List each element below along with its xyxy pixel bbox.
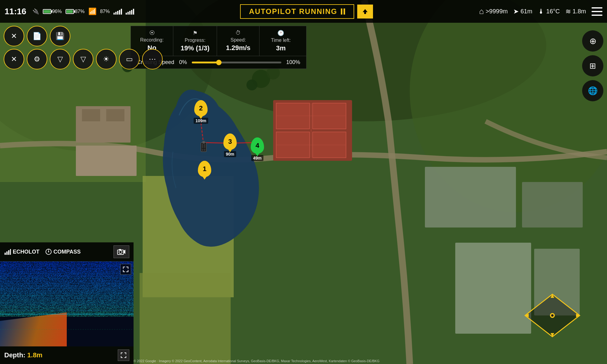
temperature: 🌡 16°C bbox=[538, 8, 560, 15]
svg-rect-37 bbox=[204, 149, 205, 151]
status-center: AUTOPILOT RUNNING bbox=[134, 4, 479, 19]
battery-2-group: 87% bbox=[66, 9, 85, 14]
map-type-button[interactable]: ⊞ bbox=[582, 55, 603, 76]
svg-rect-19 bbox=[425, 167, 516, 228]
svg-rect-6 bbox=[140, 273, 231, 364]
svg-rect-48 bbox=[119, 249, 121, 250]
signal-bar bbox=[115, 12, 117, 15]
usb-icon: 🔌 bbox=[32, 8, 39, 15]
waypoint-2[interactable]: 2 109m bbox=[194, 100, 208, 124]
svg-rect-40 bbox=[6, 251, 8, 255]
waypoint-4[interactable]: 4 49m bbox=[251, 137, 264, 161]
fullscreen-icon bbox=[120, 352, 127, 358]
speed-label: Speed: bbox=[224, 37, 252, 43]
file-button[interactable]: 📄 bbox=[27, 26, 47, 46]
status-bar: 11:16 🔌 96% 87% 📶 87% bbox=[0, 0, 607, 23]
settings-button[interactable]: ⚙ bbox=[27, 49, 47, 69]
nav-dist-value: 61m bbox=[521, 8, 532, 15]
boat-svg-icon bbox=[197, 140, 211, 157]
close-button-1[interactable]: ✕ bbox=[4, 26, 24, 46]
echolot-header: ECHOLOT COMPASS bbox=[0, 242, 134, 261]
upload-button[interactable] bbox=[357, 5, 373, 19]
home-icon: ⌂ bbox=[479, 7, 484, 16]
cruising-pct-right: 100% bbox=[286, 59, 300, 66]
time-icon: 🕐 bbox=[267, 30, 295, 36]
mini-map[interactable] bbox=[522, 291, 583, 340]
battery-2-icon bbox=[66, 9, 74, 14]
waypoint-1-pin: 1 bbox=[198, 161, 211, 177]
map-type-icon: ⊞ bbox=[589, 61, 596, 71]
speed-slider-track[interactable] bbox=[192, 62, 281, 63]
speed-value: 1.29m/s bbox=[224, 44, 252, 52]
waypoint-4-label: 4 bbox=[256, 142, 259, 150]
echolot-title: ECHOLOT bbox=[4, 248, 39, 255]
waypoint-icon-2: ▽ bbox=[80, 55, 86, 63]
waypoint-button-2[interactable]: ▽ bbox=[73, 49, 93, 69]
file-icon: 📄 bbox=[32, 32, 42, 40]
menu-line bbox=[592, 15, 602, 16]
svg-point-47 bbox=[119, 251, 122, 254]
status-right: ⌂ >9999m ➤ 61m 🌡 16°C ≋ 1.8m bbox=[479, 7, 602, 16]
globe-button[interactable]: 🌐 bbox=[582, 80, 603, 101]
compass-button[interactable]: ⊕ bbox=[582, 30, 603, 52]
compass-label: COMPASS bbox=[53, 249, 81, 255]
battery-3-pct: 87% bbox=[100, 9, 110, 14]
boat-marker bbox=[197, 140, 211, 157]
more-button[interactable]: ⋯ bbox=[142, 49, 163, 69]
nav-distance: ➤ 61m bbox=[513, 8, 532, 15]
echolot-footer: Depth: 1.8m bbox=[0, 346, 134, 364]
autopilot-label: AUTOPILOT RUNNING bbox=[249, 7, 337, 16]
signal-bar bbox=[127, 12, 129, 15]
brightness-button[interactable]: ☀ bbox=[96, 49, 117, 69]
speed-icon: ⏱ bbox=[224, 30, 252, 36]
svg-rect-33 bbox=[201, 143, 206, 152]
close-button-2[interactable]: ✕ bbox=[4, 49, 24, 69]
waypoint-1[interactable]: 1 bbox=[198, 161, 211, 177]
compass-title: COMPASS bbox=[46, 249, 81, 255]
fullscreen-button[interactable] bbox=[118, 349, 129, 361]
waypoint-3-label: 3 bbox=[228, 138, 232, 146]
menu-line bbox=[592, 11, 602, 12]
expand-button[interactable] bbox=[120, 264, 131, 275]
battery-1-pct: 96% bbox=[52, 9, 62, 14]
time-left-value: 3m bbox=[267, 44, 295, 52]
battery-2-fill bbox=[66, 10, 73, 13]
toolbar-row-2: ✕ ⚙ ▽ ▽ ☀ ▭ ⋯ bbox=[4, 49, 163, 69]
svg-rect-35 bbox=[204, 144, 205, 148]
menu-line bbox=[592, 7, 602, 8]
home-distance: ⌂ >9999m bbox=[479, 7, 508, 16]
autopilot-button[interactable]: AUTOPILOT RUNNING bbox=[240, 4, 354, 19]
svg-rect-16 bbox=[82, 109, 100, 121]
right-toolbar: ⊕ ⊞ 🌐 bbox=[582, 30, 603, 101]
speed-slider-thumb[interactable] bbox=[216, 60, 222, 65]
svg-rect-39 bbox=[5, 253, 6, 255]
progress-value: 19% (1/3) bbox=[181, 44, 209, 52]
signal-bar bbox=[121, 9, 122, 15]
menu-button[interactable] bbox=[592, 7, 602, 16]
mini-map-svg bbox=[522, 291, 583, 340]
svg-rect-41 bbox=[8, 250, 9, 255]
waypoint-button-1[interactable]: ▽ bbox=[50, 49, 70, 69]
svg-rect-34 bbox=[202, 144, 203, 148]
save-button[interactable]: 💾 bbox=[50, 26, 70, 46]
signal-bar bbox=[129, 11, 131, 15]
nav-icon: ➤ bbox=[513, 8, 519, 15]
camera-button[interactable] bbox=[114, 245, 129, 258]
battery-button[interactable]: ▭ bbox=[119, 49, 140, 69]
save-icon: 💾 bbox=[56, 32, 65, 40]
upload-arrow-icon bbox=[361, 8, 369, 15]
close-icon-1: ✕ bbox=[11, 32, 17, 40]
speed-slider-fill bbox=[192, 62, 219, 63]
battery-1-icon bbox=[43, 9, 51, 14]
waypoint-1-label: 1 bbox=[203, 165, 206, 173]
depth-value: 1.8m bbox=[27, 351, 42, 359]
progress-label: Progress: bbox=[181, 38, 209, 43]
echolot-panel: ECHOLOT COMPASS bbox=[0, 242, 134, 364]
temp-value: 16°C bbox=[546, 8, 560, 15]
svg-rect-38 bbox=[202, 141, 205, 143]
svg-rect-18 bbox=[76, 146, 137, 176]
echolot-icon bbox=[4, 248, 11, 255]
copyright-label: © 2022 Google · Imagery © 2022 GeoConten… bbox=[134, 359, 379, 363]
waypoint-3-pin: 3 bbox=[223, 133, 237, 150]
waypoint-3[interactable]: 3 90m bbox=[223, 133, 237, 157]
